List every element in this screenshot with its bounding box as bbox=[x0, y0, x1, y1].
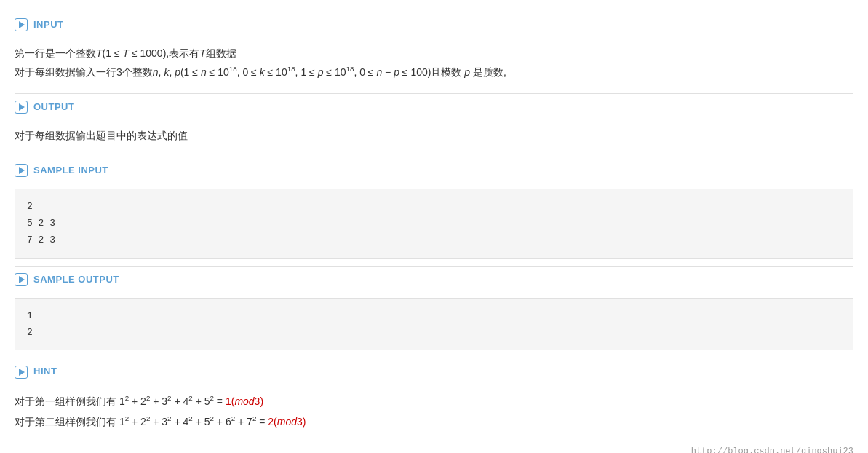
sample-input-line-1: 2 bbox=[27, 198, 841, 215]
sample-output-line-2: 2 bbox=[27, 324, 841, 341]
sample-output-line-1: 1 bbox=[27, 307, 841, 324]
sample-input-code-block: 2 5 2 3 7 2 3 bbox=[15, 189, 853, 259]
output-section-content: 对于每组数据输出题目中的表达式的值 bbox=[15, 121, 853, 152]
input-line1: 第一行是一个整数T(1 ≤ T ≤ 1000),表示有T组数据 bbox=[15, 44, 853, 63]
sample-output-code-block: 1 2 bbox=[15, 298, 853, 351]
sample-input-line-3: 7 2 3 bbox=[27, 232, 841, 248]
input-section-header: INPUT bbox=[15, 12, 853, 39]
sample-input-line-2: 5 2 3 bbox=[27, 215, 841, 232]
page-wrapper: INPUT 第一行是一个整数T(1 ≤ T ≤ 1000),表示有T组数据 对于… bbox=[0, 0, 868, 453]
output-section-title: OUTPUT bbox=[33, 100, 74, 115]
input-line2: 对于每组数据输入一行3个整数n, k, p(1 ≤ n ≤ 1018, 0 ≤ … bbox=[15, 63, 853, 82]
hint-section-header: HINT bbox=[15, 358, 853, 385]
sample-output-section-header: SAMPLE OUTPUT bbox=[15, 266, 853, 294]
input-section-title: INPUT bbox=[33, 17, 64, 33]
output-description: 对于每组数据输出题目中的表达式的值 bbox=[15, 127, 853, 145]
hint-section-content: 对于第一组样例我们有 12 + 22 + 32 + 42 + 52 = 1(mo… bbox=[15, 385, 853, 438]
hint-line-2: 对于第二组样例我们有 12 + 22 + 32 + 42 + 52 + 62 +… bbox=[15, 411, 853, 432]
hint-line-1: 对于第一组样例我们有 12 + 22 + 32 + 42 + 52 = 1(mo… bbox=[15, 391, 853, 411]
sample-output-play-icon bbox=[15, 273, 28, 286]
sample-input-play-icon bbox=[15, 164, 28, 177]
sample-input-section-header: SAMPLE INPUT bbox=[15, 157, 853, 184]
hint-play-icon bbox=[15, 366, 28, 379]
sample-input-section-title: SAMPLE INPUT bbox=[33, 163, 108, 178]
input-section-content: 第一行是一个整数T(1 ≤ T ≤ 1000),表示有T组数据 对于每组数据输入… bbox=[15, 39, 853, 89]
hint-section-title: HINT bbox=[33, 364, 57, 379]
sample-output-section-title: SAMPLE OUTPUT bbox=[33, 272, 119, 288]
output-section-header: OUTPUT bbox=[15, 93, 853, 121]
output-play-icon bbox=[15, 101, 28, 114]
input-play-icon bbox=[15, 18, 28, 31]
url-text: http://blog.csdn.net/qingshui23 bbox=[15, 438, 853, 453]
